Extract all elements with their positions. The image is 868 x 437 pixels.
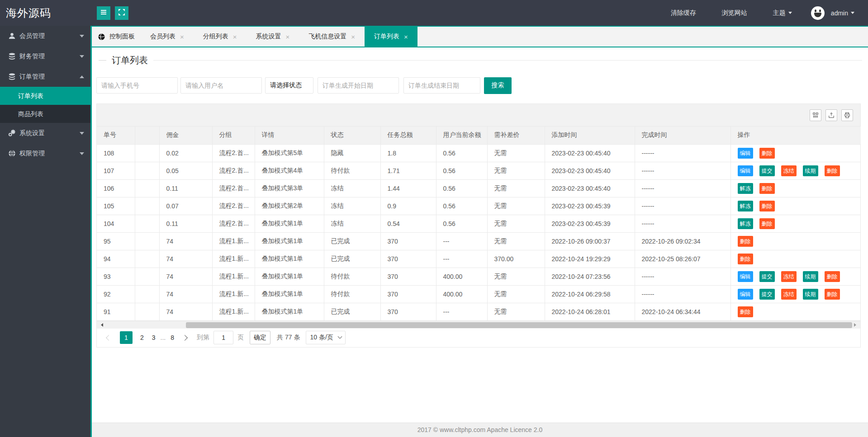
cell: 流程2.首... xyxy=(212,197,255,215)
browse-site-link[interactable]: 浏览网站 xyxy=(722,9,747,17)
page-title-block: 订单列表 xyxy=(96,54,862,66)
submit-button[interactable]: 提交 xyxy=(759,165,775,176)
sidebar-item-permission[interactable]: 权限管理 xyxy=(0,143,90,164)
renew-button[interactable]: 续期 xyxy=(803,289,818,300)
chevron-down-icon xyxy=(80,55,84,58)
delete-button[interactable]: 删除 xyxy=(738,306,753,317)
cell: 无需 xyxy=(487,179,545,197)
close-icon[interactable]: × xyxy=(351,33,355,40)
edit-button[interactable]: 编辑 xyxy=(738,165,753,176)
cell: 2022-10-26 09:02:34 xyxy=(635,232,730,250)
sidebar-subitem-1[interactable]: 商品列表 xyxy=(0,105,90,123)
delete-button[interactable]: 删除 xyxy=(738,236,753,247)
clear-cache-link[interactable]: 清除缓存 xyxy=(671,9,696,17)
delete-button[interactable]: 删除 xyxy=(759,148,775,159)
submit-button[interactable]: 提交 xyxy=(759,289,775,300)
delete-button[interactable]: 删除 xyxy=(738,254,753,264)
delete-button[interactable]: 删除 xyxy=(759,183,775,194)
scrollbar-thumb[interactable] xyxy=(186,322,852,328)
scroll-right-arrow-icon[interactable] xyxy=(854,323,856,327)
user-menu[interactable]: admin xyxy=(831,9,854,17)
renew-button[interactable]: 续期 xyxy=(803,271,818,282)
print-button[interactable] xyxy=(841,109,853,121)
renew-button[interactable]: 续期 xyxy=(803,165,818,176)
search-button[interactable]: 搜索 xyxy=(484,77,512,94)
username-input[interactable] xyxy=(180,77,262,94)
cell: 冻结 xyxy=(324,215,380,232)
cell: 无需 xyxy=(487,215,545,232)
tab-3[interactable]: 系统设置× xyxy=(247,27,299,47)
cell: 370 xyxy=(380,250,436,268)
menu-toggle-button[interactable] xyxy=(97,6,110,20)
close-icon[interactable]: × xyxy=(180,33,184,40)
tab-1[interactable]: 会员列表× xyxy=(141,27,194,47)
column-header: 佣金 xyxy=(159,127,212,144)
unfreeze-button[interactable]: 解冻 xyxy=(738,218,753,229)
sidebar-subitem-0[interactable]: 订单列表 xyxy=(0,87,90,105)
tab-2[interactable]: 分组列表× xyxy=(194,27,247,47)
next-page-icon[interactable] xyxy=(182,335,188,341)
page-8[interactable]: 8 xyxy=(171,334,174,341)
scroll-left-arrow-icon[interactable] xyxy=(101,323,103,327)
table-row: 1060.11流程2.首...叠加模式第3单冻结1.440.56无需2023-0… xyxy=(97,179,861,197)
sidebar-item-label: 会员管理 xyxy=(19,32,80,40)
phone-input[interactable] xyxy=(96,77,178,94)
cell: 无需 xyxy=(487,232,545,250)
freeze-button[interactable]: 冻结 xyxy=(781,165,797,176)
tab-0[interactable]: 控制面板 xyxy=(92,27,141,47)
edit-button[interactable]: 编辑 xyxy=(738,148,753,159)
column-header xyxy=(135,127,159,144)
edit-button[interactable]: 编辑 xyxy=(738,271,753,282)
theme-menu[interactable]: 主题 xyxy=(773,9,792,17)
cell: 0.9 xyxy=(380,197,436,215)
freeze-button[interactable]: 冻结 xyxy=(781,271,797,282)
sidebar-nav: 会员管理财务管理订单管理订单列表商品列表系统设置权限管理 xyxy=(0,26,90,164)
cell: 0.54 xyxy=(380,215,436,232)
cell: ------ xyxy=(635,144,730,162)
cell: 74 xyxy=(159,285,212,303)
status-select[interactable]: 请选择状态 xyxy=(265,77,313,94)
sidebar-item-members[interactable]: 会员管理 xyxy=(0,26,90,46)
delete-button[interactable]: 删除 xyxy=(759,218,775,229)
unfreeze-button[interactable]: 解冻 xyxy=(738,201,753,211)
columns-button[interactable] xyxy=(810,109,821,121)
unfreeze-button[interactable]: 解冻 xyxy=(738,183,753,194)
cell: 2023-02-23 00:45:40 xyxy=(545,179,635,197)
delete-button[interactable]: 删除 xyxy=(825,165,840,176)
cell: 370 xyxy=(380,232,436,250)
orders-table: 单号佣金分组详情状态任务总额用户当前余额需补差价添加时间完成时间操作1080.0… xyxy=(97,127,861,321)
cell: 107 xyxy=(97,162,135,179)
delete-button[interactable]: 删除 xyxy=(825,271,840,282)
hamburger-icon xyxy=(100,9,107,17)
end-date-input[interactable] xyxy=(403,77,480,94)
page-1-active[interactable]: 1 xyxy=(120,331,133,344)
horizontal-scrollbar[interactable] xyxy=(97,321,860,329)
delete-button[interactable]: 删除 xyxy=(825,289,840,300)
submit-button[interactable]: 提交 xyxy=(759,271,775,282)
page-2[interactable]: 2 xyxy=(140,334,144,341)
sidebar-item-system[interactable]: 系统设置 xyxy=(0,123,90,143)
sidebar-item-finance[interactable]: 财务管理 xyxy=(0,46,90,66)
page-3[interactable]: 3 xyxy=(152,334,156,341)
edit-button[interactable]: 编辑 xyxy=(738,289,753,300)
goto-page-input[interactable] xyxy=(213,331,233,344)
tab-4[interactable]: 飞机信息设置× xyxy=(299,27,365,47)
close-icon[interactable]: × xyxy=(404,33,408,40)
close-icon[interactable]: × xyxy=(233,33,237,40)
column-header: 详情 xyxy=(255,127,324,144)
avatar[interactable] xyxy=(811,6,825,20)
start-date-input[interactable] xyxy=(318,77,399,94)
sidebar-item-orders[interactable]: 订单管理 xyxy=(0,66,90,87)
export-button[interactable] xyxy=(825,109,837,121)
delete-button[interactable]: 删除 xyxy=(759,201,775,211)
grid-toolbar xyxy=(97,104,860,127)
table-header-row: 单号佣金分组详情状态任务总额用户当前余额需补差价添加时间完成时间操作 xyxy=(97,127,861,144)
goto-label: 到第 xyxy=(197,334,209,342)
fullscreen-button[interactable] xyxy=(115,6,128,20)
prev-page-icon[interactable] xyxy=(106,335,112,341)
per-page-select[interactable]: 10 条/页 xyxy=(306,331,346,344)
freeze-button[interactable]: 冻结 xyxy=(781,289,797,300)
confirm-button[interactable]: 确定 xyxy=(250,331,270,344)
tab-5[interactable]: 订单列表× xyxy=(365,27,417,47)
close-icon[interactable]: × xyxy=(286,33,290,40)
